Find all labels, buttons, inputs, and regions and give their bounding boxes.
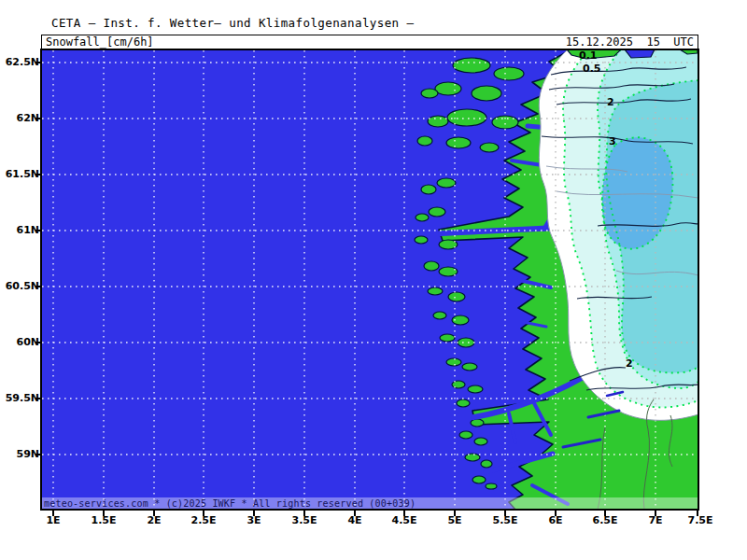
product-name: Snowfall_[cm/6h]: [46, 35, 154, 49]
snowfall-map-canvas: [0, 0, 747, 560]
lon-label-3-5e: 3.5E: [285, 514, 324, 526]
lat-label-60n: 60N: [1, 336, 39, 348]
lat-label-62-5n: 62.5N: [1, 56, 39, 68]
lat-label-61-5n: 61.5N: [1, 168, 39, 180]
lon-label-6-5e: 6.5E: [585, 514, 625, 526]
lon-label-7e: 7E: [636, 514, 675, 526]
lon-label-5-5e: 5.5E: [486, 514, 525, 526]
lon-label-1-5e: 1.5E: [84, 514, 123, 526]
lon-label-4e: 4E: [335, 514, 374, 526]
contour-label-2-top: 2: [607, 97, 614, 107]
lat-label-61n: 61N: [1, 224, 39, 236]
lon-label-1e: 1E: [34, 514, 73, 526]
lat-label-62n: 62N: [1, 112, 39, 124]
watermark-text: meteo-services.com * (c)2025 IWKF * All …: [44, 498, 416, 509]
lon-label-7-5e: 7.5E: [681, 514, 720, 526]
contour-label-0-5: 0.5: [583, 63, 601, 74]
map-plot-area: [42, 49, 698, 510]
lon-label-6e: 6E: [536, 514, 575, 526]
lon-label-4-5e: 4.5E: [385, 514, 424, 526]
contour-label-2-bottom: 2: [626, 358, 633, 369]
lon-label-3e: 3E: [234, 514, 274, 526]
lat-label-59n: 59N: [1, 448, 39, 460]
page-title: CETA – Inst. f. Wetter– und Klimafolgena…: [51, 16, 414, 30]
valid-datetime: 15.12.2025 15 UTC: [566, 35, 694, 49]
product-header-bar: Snowfall_[cm/6h] 15.12.2025 15 UTC: [41, 35, 698, 49]
lat-label-59-5n: 59.5N: [1, 392, 39, 404]
contour-label-3: 3: [609, 136, 616, 147]
lat-label-60-5n: 60.5N: [1, 280, 39, 292]
contour-label-0-1: 0.1: [579, 50, 598, 61]
lon-label-2-5e: 2.5E: [184, 514, 223, 526]
lon-label-5e: 5E: [435, 514, 474, 526]
lon-label-2e: 2E: [134, 514, 174, 526]
weather-map-page: CETA – Inst. f. Wetter– und Klimafolgena…: [0, 0, 747, 560]
